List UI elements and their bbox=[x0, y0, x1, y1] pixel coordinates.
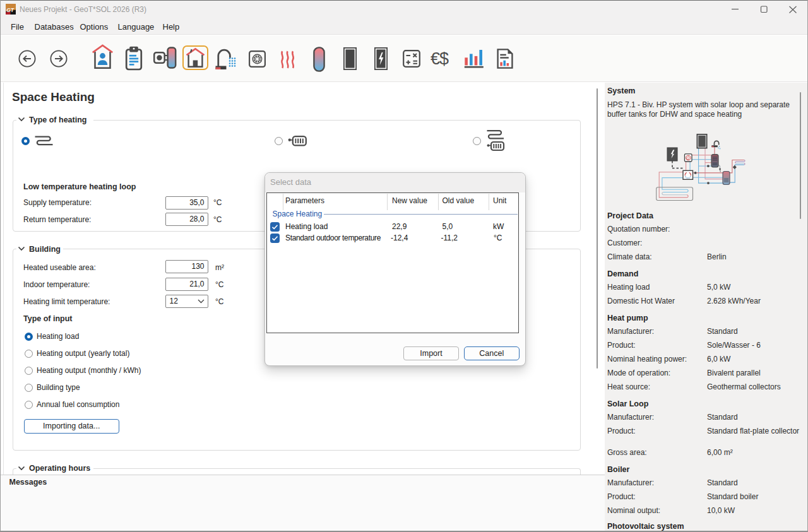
svg-text:GT: GT bbox=[6, 7, 15, 13]
